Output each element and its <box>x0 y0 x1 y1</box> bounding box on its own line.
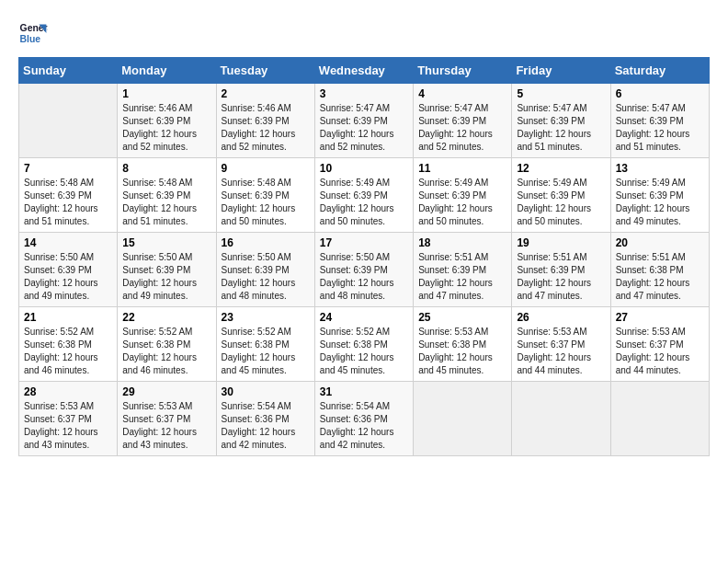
day-number: 13 <box>616 162 704 175</box>
day-number: 9 <box>222 162 310 175</box>
day-number: 6 <box>616 87 704 100</box>
calendar-cell: 3 Sunrise: 5:47 AMSunset: 6:39 PMDayligh… <box>314 84 413 158</box>
day-number: 29 <box>122 385 210 398</box>
day-info: Sunrise: 5:51 AMSunset: 6:39 PMDaylight:… <box>418 252 493 301</box>
logo-icon: General Blue <box>18 18 48 48</box>
day-info: Sunrise: 5:48 AMSunset: 6:39 PMDaylight:… <box>122 178 197 226</box>
day-number: 21 <box>24 311 112 324</box>
day-number: 17 <box>320 236 408 249</box>
day-number: 10 <box>320 162 408 175</box>
day-info: Sunrise: 5:47 AMSunset: 6:39 PMDaylight:… <box>320 103 394 152</box>
calendar-cell: 10 Sunrise: 5:49 AMSunset: 6:39 PMDaylig… <box>314 158 413 233</box>
calendar-cell: 26 Sunrise: 5:53 AMSunset: 6:37 PMDaylig… <box>512 307 610 382</box>
day-info: Sunrise: 5:53 AMSunset: 6:37 PMDaylight:… <box>24 401 98 450</box>
day-info: Sunrise: 5:49 AMSunset: 6:39 PMDaylight:… <box>320 178 394 226</box>
day-number: 7 <box>24 162 112 175</box>
day-number: 24 <box>320 311 408 324</box>
day-number: 16 <box>222 236 310 249</box>
day-info: Sunrise: 5:53 AMSunset: 6:38 PMDaylight:… <box>418 327 493 375</box>
calendar-cell <box>512 382 610 456</box>
calendar-cell: 7 Sunrise: 5:48 AMSunset: 6:39 PMDayligh… <box>19 158 118 233</box>
calendar-cell: 1 Sunrise: 5:46 AMSunset: 6:39 PMDayligh… <box>118 84 216 158</box>
day-info: Sunrise: 5:47 AMSunset: 6:39 PMDaylight:… <box>418 103 493 152</box>
day-info: Sunrise: 5:54 AMSunset: 6:36 PMDaylight:… <box>320 401 394 450</box>
day-number: 30 <box>222 385 310 398</box>
calendar-cell <box>610 382 709 456</box>
calendar-cell: 24 Sunrise: 5:52 AMSunset: 6:38 PMDaylig… <box>314 307 413 382</box>
calendar-cell: 6 Sunrise: 5:47 AMSunset: 6:39 PMDayligh… <box>610 84 709 158</box>
calendar-cell: 21 Sunrise: 5:52 AMSunset: 6:38 PMDaylig… <box>19 307 118 382</box>
weekday-header: Friday <box>512 58 610 84</box>
calendar-cell: 14 Sunrise: 5:50 AMSunset: 6:39 PMDaylig… <box>19 233 118 307</box>
calendar-cell: 25 Sunrise: 5:53 AMSunset: 6:38 PMDaylig… <box>414 307 512 382</box>
day-info: Sunrise: 5:49 AMSunset: 6:39 PMDaylight:… <box>418 178 493 226</box>
calendar-cell: 4 Sunrise: 5:47 AMSunset: 6:39 PMDayligh… <box>414 84 512 158</box>
calendar-week-row: 21 Sunrise: 5:52 AMSunset: 6:38 PMDaylig… <box>19 307 710 382</box>
day-number: 1 <box>122 87 210 100</box>
day-info: Sunrise: 5:51 AMSunset: 6:38 PMDaylight:… <box>616 252 690 301</box>
calendar-cell <box>19 84 118 158</box>
calendar-cell: 19 Sunrise: 5:51 AMSunset: 6:39 PMDaylig… <box>512 233 610 307</box>
logo: General Blue <box>18 18 48 48</box>
day-number: 28 <box>24 385 112 398</box>
calendar-cell: 13 Sunrise: 5:49 AMSunset: 6:39 PMDaylig… <box>610 158 709 233</box>
day-number: 3 <box>320 87 408 100</box>
day-info: Sunrise: 5:52 AMSunset: 6:38 PMDaylight:… <box>24 327 98 375</box>
day-number: 18 <box>418 236 506 249</box>
calendar-cell: 12 Sunrise: 5:49 AMSunset: 6:39 PMDaylig… <box>512 158 610 233</box>
day-info: Sunrise: 5:50 AMSunset: 6:39 PMDaylight:… <box>222 252 296 301</box>
calendar-cell: 22 Sunrise: 5:52 AMSunset: 6:38 PMDaylig… <box>118 307 216 382</box>
calendar-body: 1 Sunrise: 5:46 AMSunset: 6:39 PMDayligh… <box>19 84 710 456</box>
calendar-cell: 17 Sunrise: 5:50 AMSunset: 6:39 PMDaylig… <box>314 233 413 307</box>
calendar-cell: 28 Sunrise: 5:53 AMSunset: 6:37 PMDaylig… <box>19 382 118 456</box>
day-number: 27 <box>616 311 704 324</box>
calendar-cell: 15 Sunrise: 5:50 AMSunset: 6:39 PMDaylig… <box>118 233 216 307</box>
day-info: Sunrise: 5:50 AMSunset: 6:39 PMDaylight:… <box>24 252 98 301</box>
day-number: 20 <box>616 236 704 249</box>
day-info: Sunrise: 5:50 AMSunset: 6:39 PMDaylight:… <box>122 252 197 301</box>
day-number: 5 <box>517 87 605 100</box>
calendar-cell: 18 Sunrise: 5:51 AMSunset: 6:39 PMDaylig… <box>414 233 512 307</box>
weekday-header: Tuesday <box>216 58 314 84</box>
calendar: SundayMondayTuesdayWednesdayThursdayFrid… <box>18 57 710 456</box>
weekday-header: Sunday <box>19 58 118 84</box>
day-info: Sunrise: 5:47 AMSunset: 6:39 PMDaylight:… <box>616 103 690 152</box>
day-number: 31 <box>320 385 408 398</box>
calendar-header-row: SundayMondayTuesdayWednesdayThursdayFrid… <box>19 58 710 84</box>
day-number: 15 <box>122 236 210 249</box>
day-info: Sunrise: 5:53 AMSunset: 6:37 PMDaylight:… <box>122 401 197 450</box>
day-number: 26 <box>517 311 605 324</box>
calendar-week-row: 28 Sunrise: 5:53 AMSunset: 6:37 PMDaylig… <box>19 382 710 456</box>
day-info: Sunrise: 5:46 AMSunset: 6:39 PMDaylight:… <box>222 103 296 152</box>
calendar-cell: 20 Sunrise: 5:51 AMSunset: 6:38 PMDaylig… <box>610 233 709 307</box>
day-number: 22 <box>122 311 210 324</box>
calendar-cell: 8 Sunrise: 5:48 AMSunset: 6:39 PMDayligh… <box>118 158 216 233</box>
calendar-cell: 27 Sunrise: 5:53 AMSunset: 6:37 PMDaylig… <box>610 307 709 382</box>
calendar-cell: 5 Sunrise: 5:47 AMSunset: 6:39 PMDayligh… <box>512 84 610 158</box>
day-info: Sunrise: 5:53 AMSunset: 6:37 PMDaylight:… <box>616 327 690 375</box>
calendar-cell: 31 Sunrise: 5:54 AMSunset: 6:36 PMDaylig… <box>314 382 413 456</box>
day-number: 4 <box>418 87 506 100</box>
day-info: Sunrise: 5:54 AMSunset: 6:36 PMDaylight:… <box>222 401 296 450</box>
calendar-cell: 2 Sunrise: 5:46 AMSunset: 6:39 PMDayligh… <box>216 84 314 158</box>
weekday-header: Thursday <box>414 58 512 84</box>
day-number: 12 <box>517 162 605 175</box>
header: General Blue <box>18 18 710 48</box>
weekday-header: Monday <box>118 58 216 84</box>
calendar-cell: 11 Sunrise: 5:49 AMSunset: 6:39 PMDaylig… <box>414 158 512 233</box>
day-number: 14 <box>24 236 112 249</box>
calendar-cell: 30 Sunrise: 5:54 AMSunset: 6:36 PMDaylig… <box>216 382 314 456</box>
calendar-cell: 16 Sunrise: 5:50 AMSunset: 6:39 PMDaylig… <box>216 233 314 307</box>
calendar-cell: 23 Sunrise: 5:52 AMSunset: 6:38 PMDaylig… <box>216 307 314 382</box>
calendar-cell <box>414 382 512 456</box>
calendar-cell: 29 Sunrise: 5:53 AMSunset: 6:37 PMDaylig… <box>118 382 216 456</box>
day-number: 23 <box>222 311 310 324</box>
calendar-week-row: 7 Sunrise: 5:48 AMSunset: 6:39 PMDayligh… <box>19 158 710 233</box>
day-number: 19 <box>517 236 605 249</box>
weekday-header: Saturday <box>610 58 709 84</box>
day-number: 8 <box>122 162 210 175</box>
day-info: Sunrise: 5:52 AMSunset: 6:38 PMDaylight:… <box>320 327 394 375</box>
day-info: Sunrise: 5:52 AMSunset: 6:38 PMDaylight:… <box>222 327 296 375</box>
day-info: Sunrise: 5:50 AMSunset: 6:39 PMDaylight:… <box>320 252 394 301</box>
day-number: 11 <box>418 162 506 175</box>
